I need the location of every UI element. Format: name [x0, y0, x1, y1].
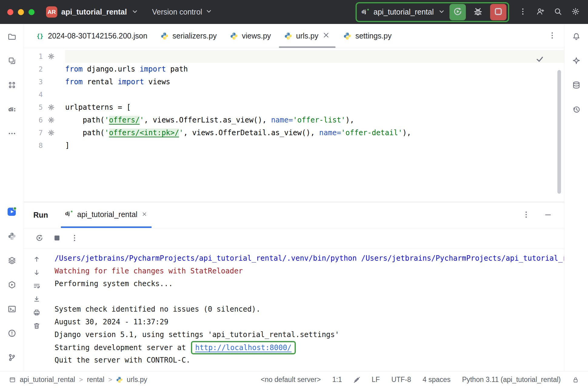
gutter-icon-slot[interactable]	[43, 129, 60, 136]
caret-position[interactable]: 1:1	[332, 376, 342, 384]
print-button[interactable]	[33, 309, 40, 316]
editor-gutter: 5	[24, 101, 65, 114]
code-with-me-button[interactable]	[536, 8, 544, 17]
code-editor[interactable]: 1 2from django.urls import path3from ren…	[24, 48, 564, 202]
code-token: offers/<int:pk>/	[109, 129, 179, 137]
more-tool-windows-button[interactable]	[8, 129, 16, 138]
code-text[interactable]: ]	[65, 139, 564, 152]
editor-scrollbar[interactable]	[557, 70, 561, 194]
clear-all-button[interactable]	[33, 322, 40, 329]
server-url-link[interactable]: http://localhost:8000/	[195, 343, 292, 352]
tab-urls.py[interactable]: urls.py	[278, 24, 337, 48]
endpoint-gear-icon	[48, 129, 55, 136]
database-icon	[572, 81, 580, 89]
ai-assistant-button[interactable]	[572, 57, 580, 65]
scroll-up-button[interactable]	[33, 256, 40, 263]
gutter-icon-slot[interactable]	[43, 53, 60, 60]
stop-solid-icon	[53, 234, 61, 242]
console-text: Django version 5.1, using settings 'api_…	[55, 330, 339, 339]
stop-button[interactable]	[490, 4, 506, 20]
version-control-widget[interactable]: Version control	[152, 7, 213, 17]
line-separator[interactable]: LF	[372, 376, 380, 384]
search-everywhere-button[interactable]	[554, 8, 562, 17]
write-access[interactable]	[572, 376, 579, 383]
dj-dark-icon: dj	[65, 209, 73, 217]
code-text[interactable]	[65, 88, 564, 101]
hide-tool-window-button[interactable]	[544, 211, 552, 220]
debug-button[interactable]	[470, 4, 486, 20]
gutter-icon-slot[interactable]	[43, 117, 60, 123]
commit-button[interactable]	[8, 57, 16, 65]
project-button[interactable]	[8, 32, 16, 41]
close-window-button[interactable]	[7, 9, 13, 15]
kebab-icon	[71, 234, 79, 242]
database-button[interactable]	[572, 81, 580, 89]
code-text[interactable]: path('offers/<int:pk>/', views.OfferDeta…	[65, 126, 564, 139]
settings-button[interactable]	[572, 8, 580, 17]
inspections-status-button[interactable]	[536, 55, 544, 65]
structure-button[interactable]	[8, 81, 16, 89]
run-toolbar	[24, 228, 564, 249]
version-control-tool-button[interactable]	[8, 353, 16, 362]
left-toolbar-top: di	[8, 32, 16, 138]
run-options-button[interactable]	[522, 211, 530, 220]
close-icon[interactable]	[142, 210, 147, 219]
window-controls	[7, 9, 35, 15]
project-widget[interactable]: AR api_tutorial_rental	[46, 6, 139, 18]
tab-serializers.py[interactable]: serializers.py	[154, 24, 223, 48]
code-text[interactable]: from django.urls import path	[65, 63, 564, 75]
run-tab[interactable]: dj api_tutorial_rental	[61, 202, 152, 228]
services-button[interactable]	[8, 281, 16, 289]
tab-views.py[interactable]: views.py	[223, 24, 278, 48]
python-interpreter[interactable]: Python 3.11 (api_tutorial_rental)	[462, 376, 561, 384]
terminal-button[interactable]	[8, 305, 16, 313]
django-structure-button[interactable]: di	[8, 105, 16, 113]
scroll-down-button[interactable]	[33, 269, 40, 276]
code-text[interactable]: path('offers/', views.OfferList.as_view(…	[65, 114, 564, 126]
more-actions-button[interactable]	[519, 8, 527, 17]
tab-options-button[interactable]	[548, 32, 556, 41]
scroll-to-end-button[interactable]	[33, 296, 40, 303]
tab-2024-08-30T142156.200.json[interactable]: {}2024-08-30T142156.200.json	[29, 24, 154, 48]
history-button[interactable]	[572, 105, 580, 113]
default-server[interactable]: <no default server>	[261, 376, 321, 384]
indent-style[interactable]: 4 spaces	[423, 376, 450, 384]
tab-settings.py[interactable]: settings.py	[337, 24, 398, 48]
run-tool-icon	[7, 207, 17, 216]
more-icon	[8, 129, 16, 138]
run-button[interactable]	[449, 4, 466, 20]
right-toolbar	[564, 24, 588, 371]
editor-gutter: 1	[24, 50, 65, 63]
breadcrumb-item[interactable]: rental	[87, 376, 105, 384]
code-text[interactable]: from rental import views	[65, 75, 564, 88]
console-output[interactable]: /Users/jetbrains/PycharmProjects/api_tut…	[49, 249, 564, 371]
close-icon[interactable]	[322, 31, 330, 41]
line-number: 5	[24, 101, 43, 114]
soft-wrap-button[interactable]	[33, 282, 40, 289]
problems-button[interactable]	[8, 329, 16, 337]
tab-label: 2024-08-30T142156.200.json	[48, 32, 147, 40]
json-icon: {}	[36, 32, 44, 40]
minimize-window-button[interactable]	[18, 9, 24, 15]
code-text[interactable]: urlpatterns = [	[65, 101, 564, 114]
breadcrumb-item[interactable]: api_tutorial_rental	[20, 376, 75, 384]
breadcrumb-item[interactable]: urls.py	[127, 376, 147, 384]
readonly-indicator[interactable]	[353, 376, 360, 383]
code-token: 'offer-list'	[293, 116, 345, 124]
python-icon	[343, 32, 351, 40]
gutter-icon-slot[interactable]	[43, 104, 60, 111]
editor-line: 1	[24, 50, 564, 63]
file-encoding[interactable]: UTF-8	[391, 376, 411, 384]
run-config-selector[interactable]: api_tutorial_rental	[373, 8, 434, 16]
stop-process-button[interactable]	[53, 234, 61, 243]
zoom-window-button[interactable]	[28, 9, 35, 15]
code-token: ),	[403, 129, 411, 137]
python-console-button[interactable]	[8, 232, 16, 240]
rerun-button[interactable]	[35, 234, 43, 243]
notifications-button[interactable]	[572, 32, 580, 41]
toolbar-more-button[interactable]	[71, 234, 79, 243]
python-packages-button[interactable]	[8, 256, 16, 265]
run-tool-window-button[interactable]	[7, 207, 17, 216]
tab-label: views.py	[242, 32, 271, 40]
code-text[interactable]	[65, 50, 564, 63]
